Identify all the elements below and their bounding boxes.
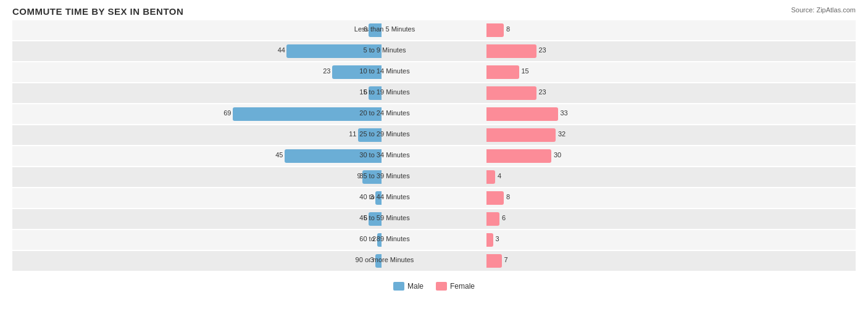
chart-area: 68Less than 5 Minutes44235 to 9 Minutes2… xyxy=(12,20,856,279)
legend-female: Female xyxy=(436,282,475,291)
chart-row: 2360 to 89 Minutes xyxy=(12,230,856,250)
source-label: Source: ZipAtlas.com xyxy=(791,6,856,14)
legend: Male Female xyxy=(12,282,856,291)
val-female: 7 xyxy=(504,256,508,263)
bar-female xyxy=(486,149,551,163)
val-female: 30 xyxy=(554,151,561,159)
chart-row: 231510 to 14 Minutes xyxy=(12,62,856,82)
bar-female xyxy=(486,44,536,58)
bar-female xyxy=(486,128,556,142)
val-female: 33 xyxy=(561,109,568,117)
chart-row: 6645 to 59 Minutes xyxy=(12,209,856,229)
legend-male-label: Male xyxy=(407,282,424,291)
val-female: 6 xyxy=(502,214,506,221)
val-male: 44 xyxy=(278,46,285,54)
bar-female xyxy=(486,233,493,247)
row-label: 40 to 44 Minutes xyxy=(335,193,434,200)
row-label: 25 to 29 Minutes xyxy=(335,130,434,138)
chart-row: 453030 to 34 Minutes xyxy=(12,146,856,166)
chart-row: 693320 to 24 Minutes xyxy=(12,104,856,124)
chart-row: 3840 to 44 Minutes xyxy=(12,188,856,208)
val-male: 69 xyxy=(223,109,231,117)
val-female: 4 xyxy=(498,172,501,180)
row-label: 60 to 89 Minutes xyxy=(335,235,434,242)
chart-row: 62315 to 19 Minutes xyxy=(12,83,856,103)
row-label: 20 to 24 Minutes xyxy=(335,109,434,117)
bar-female xyxy=(486,212,499,226)
legend-female-label: Female xyxy=(450,282,475,291)
chart-row: 113225 to 29 Minutes xyxy=(12,125,856,145)
row-label: 90 or more Minutes xyxy=(335,256,434,263)
chart-row: 9435 to 39 Minutes xyxy=(12,167,856,187)
legend-female-box xyxy=(436,282,447,291)
chart-title: COMMUTE TIME BY SEX IN BENTON xyxy=(12,6,856,17)
row-label: 15 to 19 Minutes xyxy=(335,88,434,96)
val-male: 45 xyxy=(275,151,283,159)
chart-row: 3790 or more Minutes xyxy=(12,251,856,271)
row-label: 5 to 9 Minutes xyxy=(335,46,434,54)
bar-female xyxy=(486,191,504,205)
row-label: 30 to 34 Minutes xyxy=(335,151,434,159)
chart-row: 68Less than 5 Minutes xyxy=(12,20,856,40)
val-female: 8 xyxy=(506,25,510,33)
val-female: 15 xyxy=(522,67,529,75)
val-male: 23 xyxy=(323,67,330,75)
val-female: 3 xyxy=(496,235,499,242)
legend-male: Male xyxy=(393,282,424,291)
bar-female xyxy=(486,107,558,121)
bar-female xyxy=(486,23,504,37)
bar-female xyxy=(486,65,519,79)
legend-male-box xyxy=(393,282,404,291)
row-label: Less than 5 Minutes xyxy=(335,25,434,33)
row-label: 45 to 59 Minutes xyxy=(335,214,434,221)
row-label: 35 to 39 Minutes xyxy=(335,172,434,180)
bar-female xyxy=(486,254,502,268)
bar-female xyxy=(486,170,495,184)
val-female: 32 xyxy=(558,130,565,138)
val-female: 23 xyxy=(539,88,546,96)
bar-female xyxy=(486,86,536,100)
val-female: 23 xyxy=(539,46,546,54)
chart-container: COMMUTE TIME BY SEX IN BENTON Source: Zi… xyxy=(0,0,868,322)
chart-row: 44235 to 9 Minutes xyxy=(12,41,856,61)
row-label: 10 to 14 Minutes xyxy=(335,67,434,75)
val-female: 8 xyxy=(506,193,510,200)
